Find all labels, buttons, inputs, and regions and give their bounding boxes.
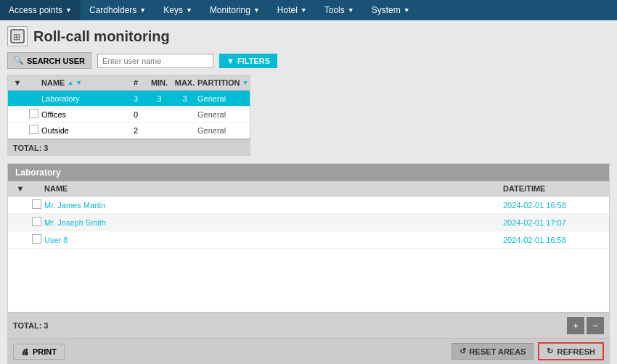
nav-tools[interactable]: Tools ▼ bbox=[316, 0, 363, 20]
left-panel: ▼ NAME ▲ ▼ # MIN. MAX. bbox=[7, 75, 250, 156]
rth-datetime: DATE/TIME bbox=[503, 184, 605, 193]
row-partition: General bbox=[197, 126, 248, 135]
filter-icon: ▼ bbox=[226, 57, 234, 65]
navbar: Access points ▼ Cardholders ▼ Keys ▼ Mon… bbox=[0, 0, 617, 20]
page-header: ⊞ Roll-call monitoring bbox=[7, 26, 610, 46]
partition-filter-icon[interactable]: ▼ bbox=[242, 79, 248, 86]
page-icon: ⊞ bbox=[7, 26, 28, 46]
th-expand: ▼ bbox=[9, 78, 25, 87]
th-name: NAME ▲ ▼ bbox=[41, 78, 125, 87]
nav-monitoring-arrow: ▼ bbox=[253, 7, 260, 14]
right-footer-buttons: + − bbox=[567, 317, 604, 334]
th-partition: PARTITION ▼ bbox=[197, 78, 248, 87]
checkbox-icon bbox=[32, 234, 41, 244]
print-button[interactable]: 🖨 PRINT bbox=[13, 344, 65, 360]
rtd-name[interactable]: User 8 bbox=[44, 236, 503, 244]
checkbox-icon bbox=[29, 109, 38, 118]
row-partition: General bbox=[197, 110, 248, 119]
nav-hotel-arrow: ▼ bbox=[301, 7, 307, 14]
refresh-button[interactable]: ↻ REFRESH bbox=[538, 342, 604, 360]
row-num: 0 bbox=[125, 110, 147, 119]
search-icon: 🔍 bbox=[14, 56, 24, 65]
nav-tools-arrow: ▼ bbox=[348, 7, 354, 14]
checkbox-icon bbox=[29, 125, 38, 134]
search-user-button[interactable]: 🔍 SEARCH USER bbox=[7, 52, 91, 69]
row-min: 3 bbox=[147, 94, 172, 103]
toolbar: 🔍 SEARCH USER ▼ FILTERS bbox=[7, 52, 610, 69]
add-button[interactable]: + bbox=[567, 317, 584, 334]
right-footer-total: TOTAL: 3 bbox=[13, 321, 567, 330]
sort-asc-icon: ▲ bbox=[67, 79, 73, 86]
row-max: 3 bbox=[172, 94, 197, 103]
nav-system[interactable]: System ▼ bbox=[363, 0, 419, 20]
right-panel: Laboratory ▼ NAME DATE/TIME Mr. James Ma… bbox=[7, 163, 610, 338]
nav-monitoring[interactable]: Monitoring ▼ bbox=[201, 0, 269, 20]
bottom-bar: 🖨 PRINT ↺ RESET AREAS ↻ REFRESH bbox=[7, 338, 610, 364]
nav-cardholders[interactable]: Cardholders ▼ bbox=[81, 0, 155, 20]
rtd-name[interactable]: Mr. Joseph Smith bbox=[44, 218, 503, 227]
reset-icon: ↺ bbox=[459, 347, 466, 356]
print-icon: 🖨 bbox=[21, 347, 29, 356]
row-name: Outside bbox=[41, 126, 125, 135]
th-min: MIN. bbox=[147, 78, 172, 87]
row-name: Offices bbox=[41, 110, 125, 119]
nav-access-points-arrow: ▼ bbox=[65, 7, 72, 14]
row-checkbox[interactable] bbox=[25, 125, 41, 136]
nav-hotel[interactable]: Hotel ▼ bbox=[269, 0, 316, 20]
left-table-header: ▼ NAME ▲ ▼ # MIN. MAX. bbox=[8, 75, 250, 91]
row-checkbox[interactable] bbox=[25, 109, 41, 120]
rtd-checkbox[interactable] bbox=[28, 217, 44, 228]
right-section-title: Laboratory bbox=[8, 164, 609, 181]
remove-button[interactable]: − bbox=[587, 317, 604, 334]
checkbox-checked-icon bbox=[29, 93, 38, 102]
table-row[interactable]: Laboratory 3 3 3 General bbox=[8, 91, 250, 107]
nav-cardholders-arrow: ▼ bbox=[139, 7, 146, 14]
right-table-row[interactable]: Mr. James Martin 2024-02-01 16:58 bbox=[8, 197, 609, 214]
rth-name: NAME bbox=[44, 184, 503, 193]
page-title: Roll-call monitoring bbox=[33, 28, 170, 45]
name-filter-icon[interactable]: ▼ bbox=[75, 79, 82, 86]
rtd-name[interactable]: Mr. James Martin bbox=[44, 201, 503, 210]
table-row[interactable]: Outside 2 General bbox=[8, 123, 250, 138]
th-num: # bbox=[125, 78, 147, 87]
right-footer: TOTAL: 3 + − bbox=[7, 313, 610, 338]
left-table: ▼ NAME ▲ ▼ # MIN. MAX. bbox=[7, 75, 250, 139]
nav-access-points[interactable]: Access points ▼ bbox=[0, 0, 81, 20]
row-partition: General bbox=[197, 94, 248, 103]
checkbox-icon bbox=[32, 217, 41, 226]
user-input[interactable] bbox=[97, 54, 213, 68]
main-area: ▼ NAME ▲ ▼ # MIN. MAX. bbox=[7, 75, 610, 338]
nav-keys[interactable]: Keys ▼ bbox=[155, 0, 201, 20]
th-max: MAX. bbox=[172, 78, 197, 87]
table-row[interactable]: Offices 0 General bbox=[8, 107, 250, 123]
rtd-checkbox[interactable] bbox=[28, 199, 44, 210]
reset-areas-button[interactable]: ↺ RESET AREAS bbox=[451, 343, 534, 360]
refresh-icon: ↻ bbox=[547, 347, 553, 356]
filters-button[interactable]: ▼ FILTERS bbox=[219, 54, 277, 68]
row-checkbox[interactable] bbox=[25, 93, 41, 104]
svg-text:⊞: ⊞ bbox=[13, 32, 20, 42]
right-table-row[interactable]: User 8 2024-02-01 16:58 bbox=[8, 231, 609, 249]
page-content: ⊞ Roll-call monitoring 🔍 SEARCH USER ▼ F… bbox=[0, 20, 617, 364]
right-table-container: Laboratory ▼ NAME DATE/TIME Mr. James Ma… bbox=[7, 163, 610, 313]
left-footer: TOTAL: 3 bbox=[7, 139, 250, 156]
nav-keys-arrow: ▼ bbox=[186, 7, 192, 14]
rtd-datetime: 2024-02-01 16:58 bbox=[503, 201, 605, 210]
right-table-header: ▼ NAME DATE/TIME bbox=[8, 181, 609, 197]
rtd-checkbox[interactable] bbox=[28, 234, 44, 245]
row-num: 3 bbox=[125, 94, 147, 103]
checkbox-icon bbox=[32, 199, 41, 209]
right-table-row[interactable]: Mr. Joseph Smith 2024-02-01 17:07 bbox=[8, 214, 609, 231]
nav-system-arrow: ▼ bbox=[404, 7, 410, 14]
row-name: Laboratory bbox=[41, 94, 125, 103]
rtd-datetime: 2024-02-01 17:07 bbox=[503, 218, 605, 227]
rtd-datetime: 2024-02-01 16:58 bbox=[503, 236, 605, 244]
rth-expand: ▼ bbox=[12, 184, 28, 193]
row-num: 2 bbox=[125, 126, 147, 135]
